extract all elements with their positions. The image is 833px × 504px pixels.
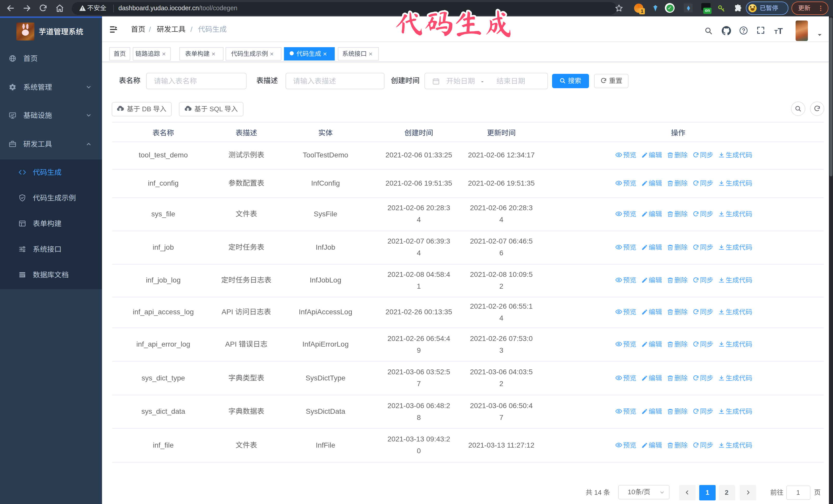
svg-text:代码生成: 代码生成	[394, 8, 513, 38]
